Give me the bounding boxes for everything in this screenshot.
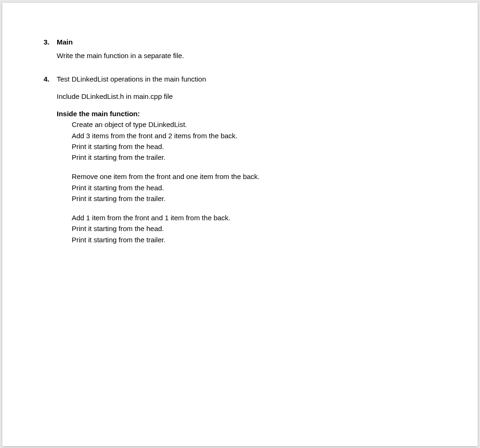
item-title: Test DLinkedList operations in the main … — [57, 74, 206, 84]
instruction-block-1: Create an object of type DLinkedList. Ad… — [72, 119, 436, 163]
instruction-line: Create an object of type DLinkedList. — [72, 119, 436, 130]
instruction-line: Add 1 item from the front and 1 item fro… — [72, 212, 436, 223]
instruction-line: Print it starting from the head. — [72, 141, 436, 152]
item-body: Write the main function in a separate fi… — [57, 50, 436, 61]
instruction-line: Print it starting from the head. — [72, 223, 436, 234]
item-number: 3. — [44, 37, 57, 47]
instruction-block-3: Add 1 item from the front and 1 item fro… — [72, 212, 436, 245]
list-item-4: 4. Test DLinkedList operations in the ma… — [44, 74, 436, 84]
instruction-block-2: Remove one item from the front and one i… — [72, 171, 436, 204]
include-line: Include DLinkedList.h in main.cpp file — [57, 91, 436, 102]
instruction-line: Add 3 items from the front and 2 items f… — [72, 130, 436, 141]
instruction-line: Remove one item from the front and one i… — [72, 171, 436, 182]
item-number: 4. — [44, 74, 57, 84]
document-page: 3. Main Write the main function in a sep… — [2, 3, 478, 446]
instruction-line: Print it starting from the head. — [72, 182, 436, 193]
item-title: Main — [57, 37, 73, 47]
instruction-line: Print it starting from the trailer. — [72, 152, 436, 163]
instruction-line: Print it starting from the trailer. — [72, 234, 436, 245]
list-item-3: 3. Main — [44, 37, 436, 47]
instruction-line: Print it starting from the trailer. — [72, 193, 436, 204]
inside-heading: Inside the main function: — [57, 108, 436, 119]
